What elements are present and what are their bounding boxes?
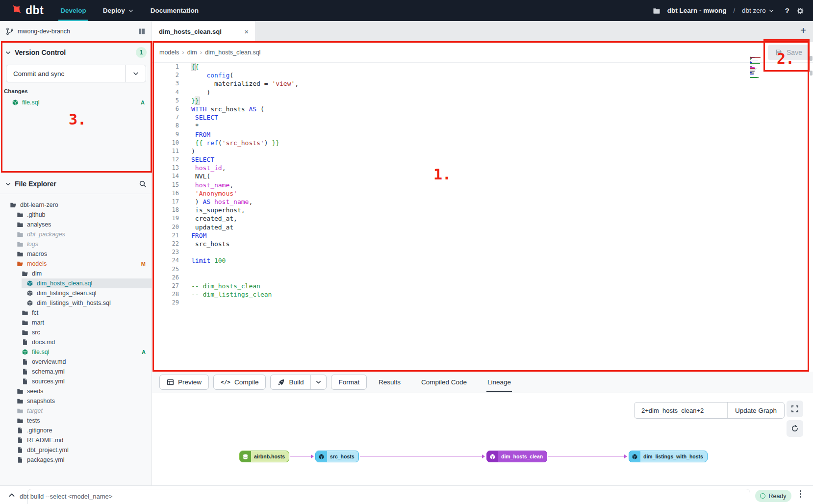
environment-selector[interactable]: dbt zero (742, 7, 774, 14)
nav-item-develop[interactable]: Develop (60, 0, 86, 21)
file-tree-item[interactable]: target (0, 406, 152, 416)
database-icon (240, 451, 251, 462)
tab-results[interactable]: Results (378, 372, 402, 393)
line-number: 24 (152, 257, 179, 265)
file-tree-item[interactable]: dim_listings_with_hosts.sql (0, 298, 152, 308)
lineage-node-src_hosts[interactable]: src_hosts (315, 451, 359, 462)
line-number: 15 (152, 181, 179, 190)
file-tree-item[interactable]: snapshots (0, 396, 152, 406)
account-name[interactable]: dbt Learn - mwong (667, 7, 727, 14)
file-tree-item[interactable]: dim_listings_clean.sql (0, 288, 152, 298)
save-button[interactable]: Save (768, 45, 809, 60)
help-button[interactable]: ? (785, 6, 789, 15)
file-icon (22, 358, 28, 365)
format-button[interactable]: Format (331, 375, 367, 390)
breadcrumb-item[interactable]: models (159, 49, 179, 56)
preview-button[interactable]: Preview (159, 375, 209, 390)
file-tree-item[interactable]: analyses (0, 220, 152, 229)
lineage-node-dim_listings_with_hosts[interactable]: dim_listings_with_hosts (629, 451, 708, 462)
build-options-caret[interactable] (310, 375, 326, 389)
file-tree-item[interactable]: tests (0, 416, 152, 426)
file-tree-item[interactable]: dim (0, 269, 152, 278)
file-tree-item[interactable]: .github (0, 210, 152, 220)
file-tree-item[interactable]: logs (0, 239, 152, 249)
file-tree-item[interactable]: macros (0, 249, 152, 259)
commit-and-sync-button[interactable]: Commit and sync (6, 65, 146, 82)
search-icon[interactable] (139, 180, 147, 188)
file-tree-item-name: seeds (27, 388, 43, 395)
changed-file-name: file.sql (22, 99, 39, 106)
code-text: FROM (191, 232, 206, 240)
version-control-header[interactable]: Version Control 1 (0, 47, 152, 58)
gear-icon[interactable] (796, 7, 804, 15)
file-tree-item[interactable]: file.sqlA (0, 347, 152, 357)
branch-selector[interactable]: mwong-dev-branch (0, 21, 152, 42)
breadcrumb-item[interactable]: dim_hosts_clean.sql (205, 49, 260, 56)
code-line: 22 src_hosts (152, 240, 813, 249)
file-tree-item-name: models (27, 260, 47, 267)
code-area[interactable]: 1{{2 config(3 materialized = 'view',4 )5… (152, 63, 813, 307)
kebab-menu-icon[interactable] (800, 490, 801, 498)
line-number: 18 (152, 206, 179, 215)
compile-button[interactable]: </>Compile (213, 375, 266, 390)
code-line: 28-- dim_listings_clean (152, 291, 813, 299)
minimap-line (750, 73, 754, 73)
tab-lineage[interactable]: Lineage (486, 372, 512, 393)
file-tree-item[interactable]: mart (0, 318, 152, 328)
git-status-badge: A (141, 100, 145, 105)
file-tree-item-name: target (27, 407, 43, 414)
file-tree-item[interactable]: sources.yml (0, 377, 152, 386)
code-text: is_superhost, (191, 206, 245, 215)
docs-book-icon[interactable] (138, 27, 146, 35)
code-line: 10 {{ ref('src_hosts') }} (152, 139, 813, 148)
file-icon (22, 339, 28, 346)
minimap[interactable] (750, 56, 762, 79)
git-status-badge: A (142, 349, 146, 355)
new-tab-button[interactable]: + (800, 25, 806, 35)
folder-open-icon (10, 202, 17, 208)
logo-text: dbt (25, 4, 44, 17)
file-tree-item[interactable]: README.md (0, 435, 152, 445)
lineage-panel: 2+dim_hosts_clean+2 Update Graph airbnb.… (152, 393, 813, 485)
chevron-down-icon (5, 181, 11, 187)
breadcrumb-item[interactable]: dim (187, 49, 197, 56)
chevron-down-icon (132, 70, 139, 77)
changed-file-row[interactable]: file.sqlA (0, 97, 152, 107)
line-number: 19 (152, 215, 179, 223)
file-explorer-header[interactable]: File Explorer (0, 178, 152, 190)
tab-dim-hosts-clean[interactable]: dim_hosts_clean.sql × (152, 21, 256, 42)
file-tree-item[interactable]: docs.md (0, 337, 152, 347)
commit-options-caret[interactable] (125, 65, 146, 82)
nav-item-documentation[interactable]: Documentation (151, 0, 199, 21)
file-tree-item[interactable]: dim_hosts_clean.sql (0, 278, 152, 288)
line-number: 6 (152, 105, 179, 114)
expand-command-bar-icon[interactable] (8, 491, 16, 499)
lineage-node-airbnb-hosts[interactable]: airbnb.hosts (239, 451, 289, 462)
command-input[interactable] (27, 489, 750, 504)
file-tree-item[interactable]: seeds (0, 386, 152, 396)
lineage-node-dim_hosts_clean[interactable]: dim_hosts_clean (486, 451, 547, 462)
nav-item-deploy[interactable]: Deploy (103, 0, 134, 21)
chevron-down-icon (128, 8, 134, 14)
tab-compiled-code[interactable]: Compiled Code (420, 372, 468, 393)
file-tree-item-name: README.md (27, 437, 63, 444)
code-line: 21FROM (152, 232, 813, 240)
file-tree-item[interactable]: overview.md (0, 357, 152, 367)
build-button[interactable]: Build (270, 375, 327, 390)
status-text: Ready (768, 493, 786, 500)
line-number: 5 (152, 97, 179, 105)
file-tree-item[interactable]: dbt-learn-zero (0, 200, 152, 210)
file-tree-item[interactable]: packages.yml (0, 455, 152, 465)
file-tree-item[interactable]: fct (0, 308, 152, 318)
code-line: 16 'Anonymous' (152, 190, 813, 198)
file-tree-item[interactable]: dbt_project.yml (0, 445, 152, 455)
file-tree-item[interactable]: .gitignore (0, 426, 152, 435)
folder-open-icon (17, 260, 24, 267)
file-tree-item[interactable]: src (0, 328, 152, 337)
dbt-logo[interactable]: dbt (9, 4, 44, 17)
close-tab-icon[interactable]: × (244, 27, 249, 36)
file-tree-item[interactable]: dbt_packages (0, 229, 152, 239)
line-number: 22 (152, 240, 179, 249)
file-tree-item[interactable]: modelsM (0, 259, 152, 269)
file-tree-item[interactable]: schema.yml (0, 367, 152, 377)
